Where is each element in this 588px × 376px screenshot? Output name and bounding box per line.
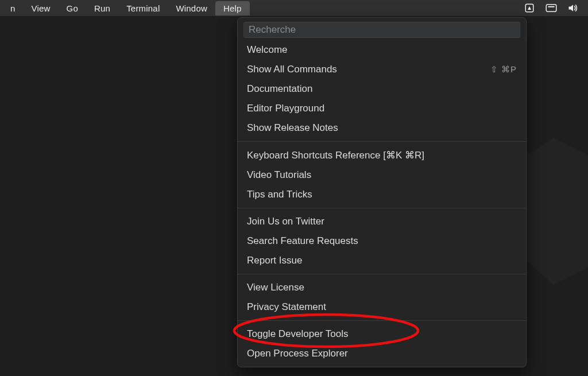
menu-label: Privacy Statement (247, 301, 326, 313)
menu-label: Documentation (247, 83, 312, 95)
help-dropdown-menu: Welcome Show All Commands ⇧ ⌘P Documenta… (237, 17, 527, 367)
menu-label: Keyboard Shortcuts Reference [⌘K ⌘R] (247, 149, 424, 161)
menu-label: Tips and Tricks (247, 189, 312, 200)
macos-menubar: n View Go Run Terminal Window Help (0, 0, 588, 16)
menu-item-window[interactable]: Window (168, 1, 215, 15)
help-item-show-all-commands[interactable]: Show All Commands ⇧ ⌘P (238, 60, 526, 79)
menu-label: Open Process Explorer (247, 348, 348, 359)
help-search-input[interactable] (243, 22, 520, 38)
menu-label: View License (247, 282, 304, 293)
menu-item-go[interactable]: Go (59, 1, 86, 15)
menu-item-view[interactable]: View (24, 1, 59, 15)
menu-item-partial[interactable]: n (2, 1, 24, 15)
help-item-toggle-dev-tools[interactable]: Toggle Developer Tools (238, 324, 526, 344)
help-item-twitter[interactable]: Join Us on Twitter (238, 212, 526, 231)
menu-label: Toggle Developer Tools (247, 328, 348, 340)
help-item-report-issue[interactable]: Report Issue (238, 251, 526, 270)
help-item-tips-tricks[interactable]: Tips and Tricks (238, 185, 526, 204)
help-item-feature-requests[interactable]: Search Feature Requests (238, 231, 526, 251)
help-item-keyboard-shortcuts[interactable]: Keyboard Shortcuts Reference [⌘K ⌘R] (238, 145, 526, 165)
menu-shortcut: ⇧ ⌘P (490, 64, 517, 75)
menu-separator (238, 274, 526, 274)
drive-tray-icon[interactable] (524, 2, 535, 14)
menu-label: Join Us on Twitter (247, 216, 324, 227)
menu-label: Editor Playground (247, 103, 324, 114)
menu-item-help[interactable]: Help (215, 1, 250, 15)
help-item-view-license[interactable]: View License (238, 278, 526, 297)
menu-item-terminal[interactable]: Terminal (118, 1, 168, 15)
svg-rect-2 (548, 6, 555, 7)
menu-item-run[interactable]: Run (86, 1, 118, 15)
control-center-tray-icon[interactable] (546, 2, 557, 14)
menu-label: Welcome (247, 44, 288, 56)
help-item-video-tutorials[interactable]: Video Tutorials (238, 165, 526, 185)
menu-label: Show All Commands (247, 64, 337, 75)
menu-separator (238, 208, 526, 208)
menu-separator (238, 320, 526, 321)
menu-label: Video Tutorials (247, 169, 311, 181)
menu-separator (238, 141, 526, 142)
help-item-privacy-statement[interactable]: Privacy Statement (238, 297, 526, 317)
help-item-open-process-explorer[interactable]: Open Process Explorer (238, 344, 526, 363)
help-item-welcome[interactable]: Welcome (238, 40, 526, 60)
volume-tray-icon[interactable] (567, 2, 579, 14)
menubar-tray (524, 2, 588, 14)
help-item-documentation[interactable]: Documentation (238, 79, 526, 99)
svg-rect-1 (546, 5, 556, 12)
menu-label: Report Issue (247, 255, 302, 266)
help-item-editor-playground[interactable]: Editor Playground (238, 99, 526, 118)
help-search-field-wrap (238, 18, 526, 40)
menu-label: Show Release Notes (247, 122, 338, 134)
menu-label: Search Feature Requests (247, 235, 358, 247)
help-item-release-notes[interactable]: Show Release Notes (238, 118, 526, 138)
